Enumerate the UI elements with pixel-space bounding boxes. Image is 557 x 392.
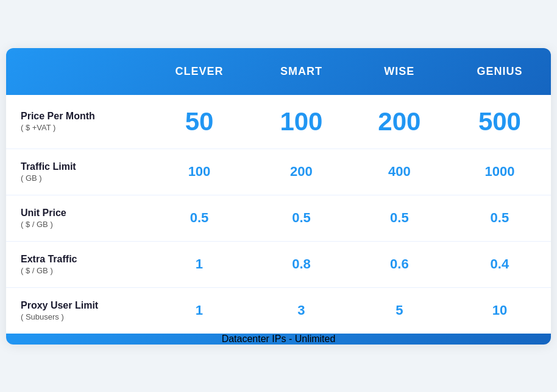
feature-name-traffic: Traffic Limit [21,161,134,172]
value-proxy-col2: 3 [252,287,350,334]
value-price-col2: 100 [252,95,350,149]
footer-row: Datacenter IPs - Unlimited [6,334,551,345]
value-traffic-col4: 1000 [449,149,551,195]
label-cell-proxy: Proxy User Limit ( Subusers ) [6,287,146,334]
header-wise: WISE [350,48,449,95]
value-extra-col3: 0.6 [350,241,449,287]
value-unit-col4: 0.5 [449,195,551,241]
value-proxy-col4: 10 [449,287,551,334]
label-cell-traffic: Traffic Limit ( GB ) [6,149,146,195]
value-price-col4: 500 [449,95,551,149]
label-cell-extra: Extra Traffic ( $ / GB ) [6,241,146,287]
feature-sub-price: ( $ +VAT ) [21,123,134,132]
feature-row-extra: Extra Traffic ( $ / GB ) 10.80.60.4 [6,241,551,287]
feature-row-price: Price Per Month ( $ +VAT ) 50100200500 [6,95,551,149]
value-traffic-col1: 100 [146,149,252,195]
feature-name-unit: Unit Price [21,208,134,219]
value-traffic-col2: 200 [252,149,350,195]
pricing-table-wrapper: CLEVER SMART WISE GENIUS Price Per Month… [6,48,551,345]
header-clever: CLEVER [146,48,252,95]
feature-sub-extra: ( $ / GB ) [21,266,134,275]
feature-row-unit: Unit Price ( $ / GB ) 0.50.50.50.5 [6,195,551,241]
value-price-col1: 50 [146,95,252,149]
feature-name-price: Price Per Month [21,111,134,122]
label-cell-unit: Unit Price ( $ / GB ) [6,195,146,241]
value-traffic-col3: 400 [350,149,449,195]
header-smart: SMART [252,48,350,95]
value-extra-col1: 1 [146,241,252,287]
feature-sub-unit: ( $ / GB ) [21,220,134,229]
value-extra-col2: 0.8 [252,241,350,287]
feature-name-extra: Extra Traffic [21,254,134,265]
feature-name-proxy: Proxy User Limit [21,300,134,311]
feature-row-traffic: Traffic Limit ( GB ) 1002004001000 [6,149,551,195]
value-proxy-col1: 1 [146,287,252,334]
feature-row-proxy: Proxy User Limit ( Subusers ) 13510 [6,287,551,334]
footer-text: Datacenter IPs - Unlimited [222,334,336,344]
header-row: CLEVER SMART WISE GENIUS [6,48,551,95]
value-price-col3: 200 [350,95,449,149]
label-cell-price: Price Per Month ( $ +VAT ) [6,95,146,149]
value-proxy-col3: 5 [350,287,449,334]
feature-sub-proxy: ( Subusers ) [21,312,134,321]
value-unit-col3: 0.5 [350,195,449,241]
value-unit-col1: 0.5 [146,195,252,241]
value-extra-col4: 0.4 [449,241,551,287]
pricing-table: CLEVER SMART WISE GENIUS Price Per Month… [6,48,551,345]
header-genius: GENIUS [449,48,551,95]
feature-sub-traffic: ( GB ) [21,173,134,183]
value-unit-col2: 0.5 [252,195,350,241]
header-empty-cell [6,48,146,95]
